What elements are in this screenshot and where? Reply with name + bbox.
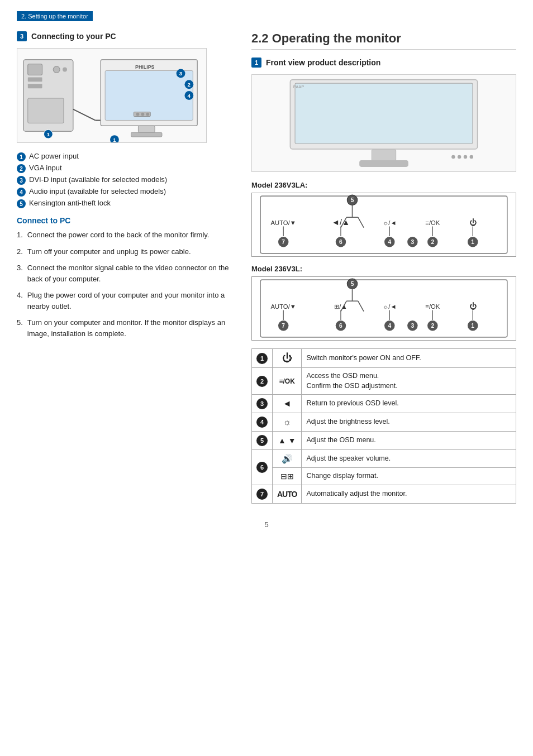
svg-text:7: 7 xyxy=(282,239,285,245)
svg-text:6: 6 xyxy=(339,323,342,329)
svg-text:2: 2 xyxy=(188,82,191,88)
svg-rect-29 xyxy=(295,83,473,143)
svg-text:≡/OK: ≡/OK xyxy=(425,303,440,310)
model1-label: Model 236V3LA: xyxy=(251,181,516,189)
table-row-2: 2 ≡/OK Access the OSD menu.Confirm the O… xyxy=(252,368,516,395)
feature-icon-6a: 🔊 xyxy=(273,450,302,468)
svg-text:1: 1 xyxy=(471,239,474,245)
table-row-7: 7 AUTO Automatically adjust the monitor. xyxy=(252,485,516,503)
svg-text:1: 1 xyxy=(471,323,474,329)
svg-text:☼/◄: ☼/◄ xyxy=(383,303,397,310)
feature-num-2: 2 xyxy=(252,368,273,395)
svg-text:◄/▲: ◄/▲ xyxy=(332,218,350,227)
svg-text:PAAP: PAAP xyxy=(293,84,304,89)
feature-icon-5: ▲ ▼ xyxy=(273,432,302,450)
left-section-title: Connecting to your PC xyxy=(31,32,116,41)
svg-point-17 xyxy=(136,113,139,116)
svg-text:3: 3 xyxy=(411,323,415,329)
svg-text:1: 1 xyxy=(47,131,50,137)
feature-num-3: 3 xyxy=(252,395,273,413)
svg-rect-1 xyxy=(28,64,42,75)
bullet-3: 3 xyxy=(17,176,26,185)
feature-desc-5: Adjust the OSD menu. xyxy=(302,432,516,450)
svg-text:2: 2 xyxy=(431,239,434,245)
step-2: 2. Turn off your computer and unplug its… xyxy=(17,246,235,257)
bullet-1: 1 xyxy=(17,152,26,161)
feature-icon-7: AUTO xyxy=(273,485,302,503)
model2-svg: 5 AUTO/▼ ⊞/▲ ☼/◄ ≡/OK ⏻ 7 xyxy=(252,277,516,340)
page-container: 2. Setting up the monitor 3 Connecting t… xyxy=(0,0,533,756)
feature-num-5: 5 xyxy=(252,432,273,450)
connect-to-pc-title: Connect to PC xyxy=(17,216,235,225)
svg-point-34 xyxy=(470,155,473,159)
feature-desc-6b: Change display format. xyxy=(302,468,516,485)
svg-text:4: 4 xyxy=(388,239,391,245)
table-row-3: 3 ◄ Return to previous OSD level. xyxy=(252,395,516,413)
connection-item-5: 5 Kensington anti-theft lock xyxy=(17,199,235,208)
svg-text:2: 2 xyxy=(431,323,434,329)
feature-desc-4: Adjust the brightness level. xyxy=(302,413,516,432)
model1-svg: 5 AUTO/▼ ◄/▲ ☼/◄ ≡/OK ⏻ xyxy=(252,193,516,256)
steps-list: 1. Connect the power cord to the back of… xyxy=(17,229,235,339)
bullet-2: 2 xyxy=(17,164,26,173)
svg-text:AUTO/▼: AUTO/▼ xyxy=(271,219,296,226)
svg-text:3: 3 xyxy=(411,239,415,245)
svg-rect-15 xyxy=(131,132,162,137)
feature-table: 1 ⏻ Switch monitor's power ON and OFF. 2… xyxy=(251,348,516,504)
table-row-6a: 6 🔊 Adjust the speaker volume. xyxy=(252,450,516,468)
right-section-header: 1 Front view product description xyxy=(251,58,516,68)
svg-point-18 xyxy=(141,113,144,116)
pc-diagram: 1 PHILIPS xyxy=(17,48,207,143)
monitor-front-diagram: PHILIPS PAAP xyxy=(251,74,516,172)
svg-text:PHILIPS: PHILIPS xyxy=(135,64,155,70)
pc-illustration-svg: 1 PHILIPS xyxy=(17,49,206,142)
svg-point-33 xyxy=(464,155,467,159)
feature-num-7: 7 xyxy=(252,485,273,503)
step-5: 5. Turn on your computer and monitor. If… xyxy=(17,317,235,339)
svg-line-9 xyxy=(73,109,96,121)
feature-desc-2: Access the OSD menu.Confirm the OSD adju… xyxy=(302,368,516,395)
svg-rect-14 xyxy=(138,126,155,132)
table-row-5: 5 ▲ ▼ Adjust the OSD menu. xyxy=(252,432,516,450)
svg-point-4 xyxy=(53,66,60,73)
svg-text:4: 4 xyxy=(188,93,191,99)
feature-num-4: 4 xyxy=(252,413,273,432)
table-row-1: 1 ⏻ Switch monitor's power ON and OFF. xyxy=(252,349,516,368)
feature-desc-1: Switch monitor's power ON and OFF. xyxy=(302,349,516,368)
svg-rect-3 xyxy=(28,84,42,88)
svg-text:☼/◄: ☼/◄ xyxy=(383,219,397,226)
svg-text:4: 4 xyxy=(388,323,391,329)
feature-num-1: 1 xyxy=(252,349,273,368)
left-section-num: 3 xyxy=(17,31,27,41)
breadcrumb: 2. Setting up the monitor xyxy=(17,11,93,21)
monitor-front-svg: PHILIPS PAAP xyxy=(252,75,516,171)
svg-text:5: 5 xyxy=(351,197,354,203)
section-22-title: 2.2 Operating the monitor xyxy=(251,31,516,50)
feature-icon-1: ⏻ xyxy=(273,349,302,368)
left-column: 3 Connecting to your PC 1 xyxy=(17,31,235,504)
two-column-layout: 3 Connecting to your PC 1 xyxy=(17,31,516,504)
svg-text:1: 1 xyxy=(113,137,116,142)
feature-icon-2: ≡/OK xyxy=(273,368,302,395)
model2-label: Model 236V3L: xyxy=(251,265,516,273)
svg-point-19 xyxy=(146,113,149,116)
svg-point-32 xyxy=(458,155,461,159)
svg-text:AUTO/▼: AUTO/▼ xyxy=(271,303,296,310)
step-3: 3. Connect the monitor signal cable to t… xyxy=(17,262,235,284)
feature-icon-3: ◄ xyxy=(273,395,302,413)
svg-text:6: 6 xyxy=(339,239,342,245)
svg-rect-2 xyxy=(28,77,42,82)
svg-point-5 xyxy=(63,68,67,72)
feature-icon-4: ☼ xyxy=(273,413,302,432)
svg-rect-36 xyxy=(360,161,408,167)
svg-text:⏻: ⏻ xyxy=(469,218,477,227)
svg-rect-6 xyxy=(28,98,64,123)
right-section-num: 1 xyxy=(251,58,261,68)
model1-diagram: 5 AUTO/▼ ◄/▲ ☼/◄ ≡/OK ⏻ xyxy=(251,193,516,257)
svg-text:7: 7 xyxy=(282,323,285,329)
model2-diagram: 5 AUTO/▼ ⊞/▲ ☼/◄ ≡/OK ⏻ 7 xyxy=(251,276,516,341)
connection-list: 1 AC power input 2 VGA input 3 DVI-D inp… xyxy=(17,152,235,208)
feature-icon-6b: ⊟⊞ xyxy=(273,468,302,485)
right-sub-section-title: Front view product description xyxy=(266,58,380,67)
step-4: 4. Plug the power cord of your computer … xyxy=(17,290,235,312)
